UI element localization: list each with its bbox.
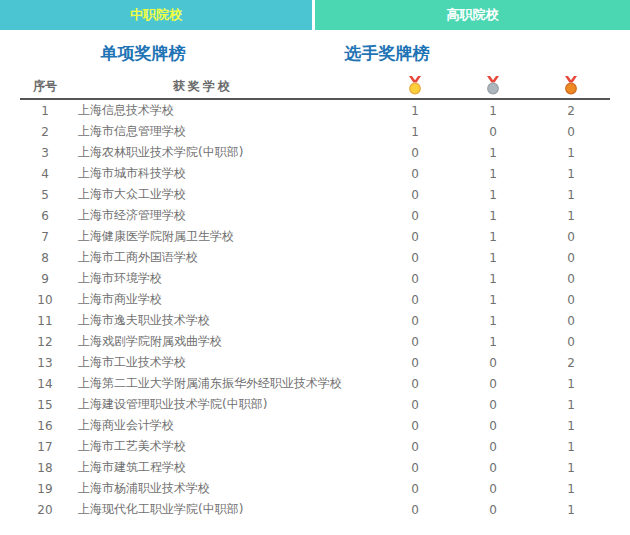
row-gold-count: 0	[376, 209, 454, 223]
row-silver-count: 0	[454, 125, 532, 139]
row-bronze-count: 1	[532, 461, 610, 475]
row-silver-count: 1	[454, 146, 532, 160]
row-school-name: 上海市信息管理学校	[70, 123, 376, 140]
tab-gaozhi-yuanxiao[interactable]: 高职院校	[315, 0, 630, 30]
table-header-row: 序号 获奖学校	[20, 74, 610, 100]
table-row: 17 上海市工艺美术学校 0 0 1	[20, 436, 610, 457]
row-school-name: 上海现代化工职业学院(中职部)	[70, 501, 376, 518]
bronze-medal-icon	[532, 76, 610, 95]
row-silver-count: 1	[454, 104, 532, 118]
row-school-name: 上海市逸夫职业技术学校	[70, 312, 376, 329]
row-gold-count: 0	[376, 356, 454, 370]
row-index: 9	[20, 272, 70, 286]
row-index: 14	[20, 377, 70, 391]
tab-label: 中职院校	[130, 6, 182, 24]
row-index: 17	[20, 440, 70, 454]
row-index: 1	[20, 104, 70, 118]
row-index: 5	[20, 188, 70, 202]
row-school-name: 上海市经济管理学校	[70, 207, 376, 224]
row-gold-count: 0	[376, 251, 454, 265]
row-school-name: 上海市环境学校	[70, 270, 376, 287]
row-silver-count: 1	[454, 188, 532, 202]
row-school-name: 上海商业会计学校	[70, 417, 376, 434]
medal-rank-table: 序号 获奖学校 1 上海信息技术学校 1	[20, 74, 610, 520]
row-index: 13	[20, 356, 70, 370]
row-index: 16	[20, 419, 70, 433]
row-school-name: 上海市城市科技学校	[70, 165, 376, 182]
row-school-name: 上海市工艺美术学校	[70, 438, 376, 455]
row-index: 11	[20, 314, 70, 328]
row-gold-count: 0	[376, 167, 454, 181]
table-row: 20 上海现代化工职业学院(中职部) 0 0 1	[20, 499, 610, 520]
table-row: 6 上海市经济管理学校 0 1 1	[20, 205, 610, 226]
row-gold-count: 0	[376, 461, 454, 475]
row-gold-count: 0	[376, 503, 454, 517]
table-row: 13 上海市工业技术学校 0 0 2	[20, 352, 610, 373]
silver-medal-icon	[454, 76, 532, 95]
row-silver-count: 1	[454, 230, 532, 244]
row-silver-count: 1	[454, 293, 532, 307]
table-row: 1 上海信息技术学校 1 1 2	[20, 100, 610, 121]
row-bronze-count: 0	[532, 293, 610, 307]
row-index: 12	[20, 335, 70, 349]
row-school-name: 上海戏剧学院附属戏曲学校	[70, 333, 376, 350]
row-index: 3	[20, 146, 70, 160]
row-school-name: 上海健康医学院附属卫生学校	[70, 228, 376, 245]
table-body: 1 上海信息技术学校 1 1 2 2 上海市信息管理学校 1 0 0 3 上海农…	[20, 100, 610, 520]
row-gold-count: 0	[376, 335, 454, 349]
tab-bar: 中职院校 高职院校	[0, 0, 630, 30]
row-school-name: 上海市商业学校	[70, 291, 376, 308]
row-school-name: 上海建设管理职业技术学院(中职部)	[70, 396, 376, 413]
row-silver-count: 1	[454, 272, 532, 286]
row-index: 18	[20, 461, 70, 475]
row-school-name: 上海第二工业大学附属浦东振华外经职业技术学校	[70, 375, 376, 392]
row-bronze-count: 0	[532, 251, 610, 265]
row-gold-count: 0	[376, 482, 454, 496]
row-index: 10	[20, 293, 70, 307]
row-bronze-count: 0	[532, 272, 610, 286]
row-gold-count: 0	[376, 440, 454, 454]
row-index: 2	[20, 125, 70, 139]
row-bronze-count: 1	[532, 482, 610, 496]
table-row: 19 上海市杨浦职业技术学校 0 0 1	[20, 478, 610, 499]
row-bronze-count: 1	[532, 167, 610, 181]
row-school-name: 上海市大众工业学校	[70, 186, 376, 203]
row-index: 7	[20, 230, 70, 244]
row-gold-count: 1	[376, 104, 454, 118]
row-silver-count: 0	[454, 482, 532, 496]
row-bronze-count: 1	[532, 209, 610, 223]
subtab-single-medal-rank[interactable]: 单项奖牌榜	[101, 42, 186, 65]
sub-tab-bar: 单项奖牌榜 选手奖牌榜	[0, 40, 630, 74]
table-row: 10 上海市商业学校 0 1 0	[20, 289, 610, 310]
table-row: 14 上海第二工业大学附属浦东振华外经职业技术学校 0 0 1	[20, 373, 610, 394]
table-row: 15 上海建设管理职业技术学院(中职部) 0 0 1	[20, 394, 610, 415]
row-school-name: 上海市建筑工程学校	[70, 459, 376, 476]
table-row: 4 上海市城市科技学校 0 1 1	[20, 163, 610, 184]
row-silver-count: 0	[454, 461, 532, 475]
row-school-name: 上海市杨浦职业技术学校	[70, 480, 376, 497]
col-header-school: 获奖学校	[70, 78, 376, 95]
row-bronze-count: 1	[532, 188, 610, 202]
row-index: 15	[20, 398, 70, 412]
row-silver-count: 0	[454, 503, 532, 517]
row-school-name: 上海农林职业技术学院(中职部)	[70, 144, 376, 161]
row-gold-count: 0	[376, 272, 454, 286]
row-school-name: 上海信息技术学校	[70, 102, 376, 119]
table-row: 18 上海市建筑工程学校 0 0 1	[20, 457, 610, 478]
row-bronze-count: 1	[532, 503, 610, 517]
table-row: 7 上海健康医学院附属卫生学校 0 1 0	[20, 226, 610, 247]
row-gold-count: 1	[376, 125, 454, 139]
row-silver-count: 0	[454, 398, 532, 412]
table-row: 12 上海戏剧学院附属戏曲学校 0 1 0	[20, 331, 610, 352]
row-silver-count: 1	[454, 314, 532, 328]
row-gold-count: 0	[376, 146, 454, 160]
row-bronze-count: 0	[532, 230, 610, 244]
subtab-player-medal-rank[interactable]: 选手奖牌榜	[345, 42, 430, 65]
tab-zhongzhi-yuanxiao[interactable]: 中职院校	[0, 0, 312, 30]
row-school-name: 上海市工业技术学校	[70, 354, 376, 371]
row-silver-count: 1	[454, 209, 532, 223]
row-index: 6	[20, 209, 70, 223]
row-bronze-count: 1	[532, 440, 610, 454]
row-index: 4	[20, 167, 70, 181]
row-bronze-count: 1	[532, 377, 610, 391]
